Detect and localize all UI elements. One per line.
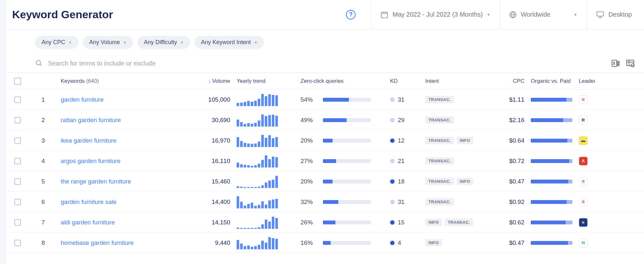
zero-click-percent: 16% xyxy=(297,239,320,246)
keyword-link[interactable]: ikea garden furniture xyxy=(61,137,116,144)
chevron-down-icon: ▼ xyxy=(68,41,72,44)
trend-sparkline xyxy=(237,216,294,229)
row-checkbox[interactable] xyxy=(14,199,21,205)
select-all-checkbox[interactable] xyxy=(14,78,21,85)
col-cpc[interactable]: CPC xyxy=(486,78,528,84)
keyword-link[interactable]: homebase garden furniture xyxy=(61,239,134,246)
row-checkbox[interactable] xyxy=(14,158,21,164)
row-index: 2 xyxy=(29,117,58,124)
svg-rect-2 xyxy=(597,12,603,16)
row-index: 8 xyxy=(29,239,58,246)
trend-sparkline xyxy=(237,134,294,147)
row-index: 7 xyxy=(29,219,58,226)
kd-dot-icon xyxy=(390,159,395,163)
page-title: Keyword Generator xyxy=(12,8,346,21)
organic-vs-paid-bar xyxy=(531,241,572,245)
col-volume[interactable]: ↓Volume xyxy=(189,78,233,84)
keyword-link[interactable]: garden furniture xyxy=(61,96,104,103)
table-row: 7aldi garden furniture14,15026%15INFOTRA… xyxy=(6,212,644,233)
kd-dot-icon xyxy=(390,138,395,143)
export-excel-icon[interactable] xyxy=(611,58,620,68)
leader-favicon[interactable]: ▬ xyxy=(579,136,588,145)
col-organic-vs-paid[interactable]: Organic vs. Paid xyxy=(528,78,576,84)
zero-click-percent: 32% xyxy=(297,198,320,206)
keyword-link[interactable]: aldi garden furniture xyxy=(61,219,115,226)
filter-cpc[interactable]: Any CPC▼ xyxy=(35,36,78,49)
table-row: 6garden furniture sale14,40032%31TRANSAC… xyxy=(6,192,644,212)
row-index: 3 xyxy=(29,137,58,144)
row-checkbox[interactable] xyxy=(14,240,21,246)
help-icon[interactable]: ? xyxy=(346,10,356,19)
intent-tags: TRANSAC.INFO xyxy=(425,137,483,144)
sort-desc-icon: ↓ xyxy=(208,78,211,84)
intent-tags: TRANSAC.INFO xyxy=(425,178,483,185)
volume-value: 16,110 xyxy=(189,158,233,165)
divider xyxy=(586,0,587,29)
zero-click-bar xyxy=(323,221,371,224)
row-checkbox[interactable] xyxy=(14,97,21,103)
row-checkbox[interactable] xyxy=(14,219,21,226)
location-dropdown[interactable]: Worldwide ▼ xyxy=(506,11,581,19)
cpc-value: $0.62 xyxy=(486,219,528,226)
leader-favicon[interactable]: H xyxy=(579,238,588,247)
device-dropdown[interactable]: Desktop xyxy=(593,10,635,19)
keyword-link[interactable]: garden furniture sale xyxy=(61,198,116,205)
filter-bar: Any CPC▼ Any Volume▼ Any Difficulty▼ Any… xyxy=(6,29,644,55)
col-intent[interactable]: Intent xyxy=(422,78,486,84)
row-index: 1 xyxy=(29,96,58,103)
zero-click-bar xyxy=(323,118,371,122)
organic-vs-paid-bar xyxy=(531,139,572,143)
svg-rect-0 xyxy=(381,12,388,18)
cpc-value: $0.64 xyxy=(486,137,528,144)
table-row: 5the range garden furniture15,46020%18TR… xyxy=(6,171,644,192)
zero-click-percent: 54% xyxy=(297,96,320,103)
filter-volume[interactable]: Any Volume▼ xyxy=(83,36,133,49)
leader-favicon[interactable]: ■ xyxy=(579,218,588,227)
leader-favicon[interactable]: ® xyxy=(579,177,588,186)
zero-click-bar xyxy=(323,139,371,143)
intent-tags: TRANSAC. xyxy=(425,157,483,165)
row-checkbox[interactable] xyxy=(14,117,21,123)
leader-favicon[interactable]: ® xyxy=(579,95,588,104)
kd-cell: 12 xyxy=(387,137,422,144)
row-checkbox[interactable] xyxy=(14,178,21,185)
kd-value: 18 xyxy=(398,178,404,185)
table-row: 4argos garden furniture16,11027%21TRANSA… xyxy=(6,151,644,171)
filter-difficulty[interactable]: Any Difficulty▼ xyxy=(137,36,190,49)
kd-cell: 29 xyxy=(387,117,422,124)
chevron-down-icon: ▼ xyxy=(180,41,184,44)
intent-tags: TRANSAC. xyxy=(425,198,483,206)
leader-favicon[interactable]: ® xyxy=(579,198,588,206)
volume-value: 14,400 xyxy=(189,198,233,206)
intent-tag: TRANSAC. xyxy=(425,178,454,185)
date-range-dropdown[interactable]: May 2022 - Jul 2022 (3 Months) ▼ xyxy=(377,11,493,19)
col-keywords[interactable]: Keywords (640) xyxy=(58,78,189,84)
zero-click-percent: 49% xyxy=(297,117,320,124)
filter-intent[interactable]: Any Keyword Intent▼ xyxy=(194,36,264,49)
intent-tag: TRANSAC. xyxy=(425,137,454,144)
col-kd[interactable]: KD xyxy=(387,78,422,84)
table-settings-icon[interactable] xyxy=(625,58,635,68)
leader-favicon[interactable]: A xyxy=(579,157,588,166)
keywords-table: Keywords (640) ↓Volume Yearly trend Zero… xyxy=(6,73,644,253)
keyword-link[interactable]: the range garden furniture xyxy=(61,178,131,185)
col-trend[interactable]: Yearly trend xyxy=(233,78,297,84)
col-zero-click[interactable]: Zero-click queries xyxy=(297,78,387,84)
kd-value: 12 xyxy=(398,137,404,144)
search-input[interactable] xyxy=(48,60,606,67)
chevron-down-icon: ▼ xyxy=(487,12,491,17)
filter-cpc-label: Any CPC xyxy=(42,39,65,46)
filter-intent-label: Any Keyword Intent xyxy=(201,39,251,46)
col-leader[interactable]: Leader xyxy=(576,78,595,84)
keyword-link[interactable]: rattan garden furniture xyxy=(61,117,121,123)
keyword-link[interactable]: argos garden furniture xyxy=(61,158,121,164)
cpc-value: $0.47 xyxy=(486,178,528,185)
row-index: 6 xyxy=(29,198,58,206)
left-gutter xyxy=(0,0,6,264)
organic-vs-paid-bar xyxy=(531,98,572,102)
intent-tag: TRANSAC. xyxy=(425,116,454,124)
cpc-value: $0.47 xyxy=(486,239,528,246)
row-checkbox[interactable] xyxy=(14,137,21,144)
zero-click-percent: 20% xyxy=(297,178,320,185)
leader-favicon[interactable]: R xyxy=(579,116,588,125)
